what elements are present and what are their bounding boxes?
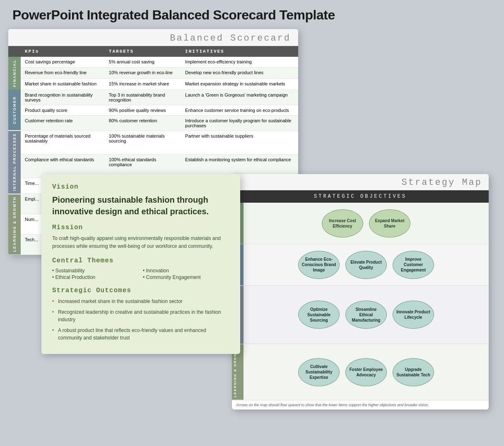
cell-target: 80% customer retention: [105, 115, 181, 131]
cell-target: Top 3 in sustainability brand recognitio…: [105, 90, 181, 105]
sm-header: Strategy Map: [232, 174, 489, 190]
vision-label: Vision: [52, 183, 229, 191]
section-label-financial: FINANCIAL: [8, 57, 21, 90]
cell-kpi: Cost savings percentage: [21, 57, 105, 68]
theme-item: • Ethical Production: [52, 274, 139, 280]
sm-row-content: Optimize Sustainable SourcingStreamline …: [244, 286, 489, 344]
cell-initiative: Implement eco-efficiency training: [181, 57, 298, 68]
cell-kpi: Brand recognition in sustainability surv…: [21, 90, 105, 105]
col-targets: TARGETS: [105, 46, 181, 57]
cell-kpi: Percentage of materials sourced sustaina…: [21, 131, 105, 154]
strategy-node: Optimize Sustainable Sourcing: [298, 301, 340, 329]
table-row: Customer retention rate80% customer rete…: [8, 115, 298, 131]
mission-text: To craft high-quality apparel using envi…: [52, 235, 229, 250]
sm-row-content: Increase Cost EfficiencyExpand Market Sh…: [244, 203, 489, 244]
outcomes-label: Strategic Outcomes: [52, 287, 229, 294]
page-title: PowerPoint Integrated Balanced Scorecard…: [0, 0, 504, 27]
sm-row-learn: LEARNING & GROWTHCultivate Sustainabilit…: [232, 344, 489, 400]
strategy-node: Foster Employee Advocacy: [345, 358, 387, 386]
cell-kpi: Customer retention rate: [21, 115, 105, 131]
outcome-item: Recognized leadership in creative and su…: [52, 308, 229, 323]
vision-text: Pioneering sustainable fashion through i…: [52, 194, 229, 217]
cell-initiative: Enhance customer service training on eco…: [181, 105, 298, 115]
strategy-node: Elevate Product Quality: [345, 251, 387, 279]
mission-label: Mission: [52, 224, 229, 231]
sm-row-cust: CUSTOMEREnhance Eco-Conscious Brand Imag…: [232, 244, 489, 286]
section-label-customer: CUSTOMER: [8, 90, 21, 131]
cell-target: 5% annual cost saving: [105, 57, 181, 68]
strategy-node: Enhance Eco-Conscious Brand Image: [298, 251, 340, 279]
outcomes-list: Increased market share in the sustainabl…: [52, 298, 229, 342]
table-row: INTERNAL PROCESSESPercentage of material…: [8, 131, 298, 154]
cell-initiative: Partner with sustainable suppliers: [181, 131, 298, 154]
themes-grid: • Sustainability• Innovation• Ethical Pr…: [52, 268, 229, 280]
theme-item: • Innovation: [143, 268, 229, 274]
col-initiatives: INITIATIVES: [181, 46, 298, 57]
cell-target: 100% sustainable materials sourcing: [105, 131, 181, 154]
col-kpis: KPIs: [21, 46, 105, 57]
sm-body: FINANCIALIncrease Cost EfficiencyExpand …: [232, 203, 489, 400]
table-row: Revenue from eco-friendly line10% revenu…: [8, 68, 298, 79]
theme-item: • Community Engagement: [143, 274, 229, 280]
cell-kpi: Market share in sustainable fashion: [21, 78, 105, 90]
table-row: Product quality score90% positive qualit…: [8, 105, 298, 115]
strategy-node: Streamline Ethical Manufacturing: [345, 301, 387, 329]
cell-initiative: Introduce a customer loyalty program for…: [181, 115, 298, 131]
table-row: FINANCIALCost savings percentage5% annua…: [8, 57, 298, 68]
sm-row-fin: FINANCIALIncrease Cost EfficiencyExpand …: [232, 203, 489, 244]
strategy-node: Innovate Product Lifecycle: [393, 301, 434, 329]
cell-initiative: Market expansion strategy in sustainable…: [181, 78, 298, 90]
bsc-header: Balanced Scorecard: [8, 29, 298, 46]
cell-target: 90% positive quality reviews: [105, 105, 181, 115]
strategy-node: Improve Customer Engagement: [393, 251, 434, 279]
sm-row-content: Enhance Eco-Conscious Brand ImageElevate…: [244, 244, 489, 285]
cell-kpi: Revenue from eco-friendly line: [21, 68, 105, 79]
outcome-item: A robust product line that reflects eco-…: [52, 327, 229, 342]
cell-initiative: Develop new eco-friendly product lines: [181, 68, 298, 79]
cell-target: 15% increase in market share: [105, 78, 181, 90]
strategy-node: Upgrade Sustainable Tech: [393, 358, 434, 386]
table-row: CUSTOMERBrand recognition in sustainabil…: [8, 90, 298, 105]
sm-footer: Arrows on the map should flow upward to …: [232, 400, 489, 410]
theme-item: • Sustainability: [52, 268, 139, 274]
strategy-map-card: Strategy Map STRATEGIC OBJECTIVES FINANC…: [232, 174, 489, 410]
cell-target: 10% revenue growth in eco-line: [105, 68, 181, 79]
strategy-node: Expand Market Share: [369, 209, 410, 238]
strategy-node: Increase Cost Efficiency: [322, 209, 363, 238]
cell-initiative: Launch a 'Green is Gorgeous' marketing c…: [181, 90, 298, 105]
section-label-internalprocesses: INTERNAL PROCESSES: [8, 131, 21, 194]
vision-mission-card: Vision Pioneering sustainable fashion th…: [41, 174, 240, 354]
themes-label: Central Themes: [52, 257, 229, 264]
strategy-node: Cultivate Sustainability Expertise: [298, 358, 340, 386]
sm-row-content: Cultivate Sustainability ExpertiseFoster…: [244, 344, 489, 400]
sm-objectives-label: STRATEGIC OBJECTIVES: [232, 190, 489, 203]
section-label-learning&growth: LEARNING & GROWTH: [8, 194, 21, 255]
cell-kpi: Product quality score: [21, 105, 105, 115]
sm-row-int: INTERNAL PROCESSESOptimize Sustainable S…: [232, 286, 489, 344]
outcome-item: Increased market share in the sustainabl…: [52, 298, 229, 305]
table-row: Market share in sustainable fashion15% i…: [8, 78, 298, 90]
